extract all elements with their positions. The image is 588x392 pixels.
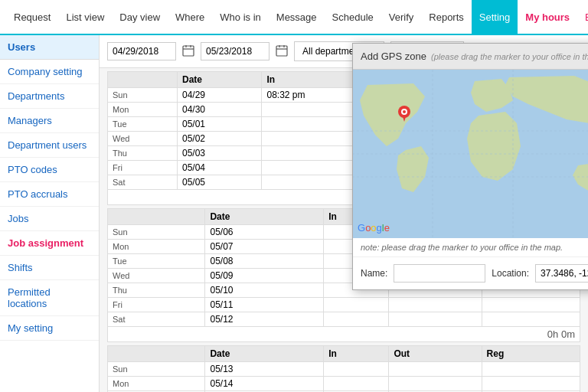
table-row: Sat05/12 [108,312,580,327]
map-container[interactable]: + − Google [353,70,588,238]
nav-reports[interactable]: Reports [421,0,472,34]
top-navigation: Request List view Day view Where Who is … [0,0,588,35]
sidebar-item-department-users[interactable]: Department users [0,133,99,158]
svg-rect-4 [183,46,194,56]
google-logo: Google [358,222,390,234]
nav-my-hours[interactable]: My hours [518,0,577,34]
map-svg [353,70,588,238]
modal-header: Add GPS zone (please drag the marker to … [353,44,588,70]
gps-modal: Add GPS zone (please drag the marker to … [352,43,588,290]
modal-title: Add GPS zone [361,51,426,62]
table-row: Mon05/14 [108,377,580,391]
sidebar-item-pto-codes[interactable]: PTO codes [0,158,99,182]
sidebar-item-jobs[interactable]: Jobs [0,207,99,231]
sidebar-item-company-setting[interactable]: Company setting [0,60,99,84]
sidebar-item-pto-accruals[interactable]: PTO accruals [0,182,99,207]
sidebar-header: Users [0,35,99,60]
sidebar-item-managers[interactable]: Managers [0,109,99,133]
sidebar-item-shifts[interactable]: Shifts [0,256,99,280]
location-label: Location: [492,268,529,279]
table-row: Sun05/13 [108,362,580,377]
nav-who-is-in[interactable]: Who is in [212,0,268,34]
sidebar-item-my-setting[interactable]: My setting [0,316,99,341]
sidebar: Users Company setting Departments Manage… [0,35,100,392]
nav-setting[interactable]: Setting [472,0,518,34]
col-out3: Out [389,346,482,362]
start-date-input[interactable] [107,42,176,60]
nav-verify[interactable]: Verify [381,0,422,34]
name-label: Name: [361,268,387,279]
col-in3: In [324,346,389,362]
main-layout: Users Company setting Departments Manage… [0,35,588,392]
sidebar-item-departments[interactable]: Departments [0,84,99,109]
svg-rect-8 [276,46,287,56]
main-content: All departments Andy Chow Date In Out Re… [100,35,588,392]
nav-exit[interactable]: Exit [577,0,588,34]
col-date: Date [177,72,262,88]
modal-hint: (please drag the marker to your office i… [431,52,588,61]
nav-schedule[interactable]: Schedule [325,0,381,34]
modal-note: note: please drag the marker to your off… [353,238,588,257]
col-date2: Date [205,209,324,225]
col-date3: Date [205,346,324,362]
sidebar-item-permitted-locations[interactable]: Permitted locations [0,280,99,316]
end-date-input[interactable] [201,42,270,60]
week2-subtotal: 0h 0m [108,327,580,342]
location-input[interactable] [535,264,588,283]
gps-name-input[interactable] [394,264,485,283]
nav-message[interactable]: Message [269,0,325,34]
table-row: Fri05/11 [108,298,580,312]
sidebar-item-job-assignment[interactable]: Job assignment [0,231,99,256]
week3-table: Date In Out Reg Sun05/13 Mon05/14 Tue05/… [107,345,580,392]
start-date-calendar-icon[interactable] [182,44,194,59]
svg-point-28 [403,110,406,113]
nav-day-view[interactable]: Day view [112,0,168,34]
modal-footer: Name: Location: Add Cancel [353,257,588,289]
end-date-calendar-icon[interactable] [276,44,288,59]
nav-request[interactable]: Request [6,0,58,34]
nav-list-view[interactable]: List view [58,0,112,34]
nav-where[interactable]: Where [168,0,212,34]
col-reg3: Reg [482,346,580,362]
